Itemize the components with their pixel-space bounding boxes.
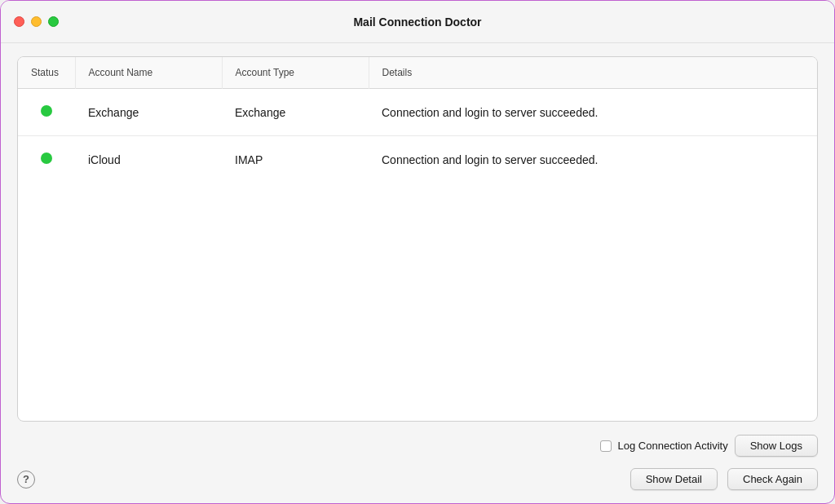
show-logs-button[interactable]: Show Logs: [735, 435, 818, 457]
details-cell: Connection and login to server succeeded…: [369, 89, 817, 136]
table-body: ExchangeExchangeConnection and login to …: [18, 89, 817, 183]
minimize-button[interactable]: [31, 16, 42, 27]
window: Mail Connection Doctor Status Account Na…: [0, 0, 835, 504]
account-type-cell: Exchange: [222, 89, 369, 136]
col-header-account-name: Account Name: [75, 57, 222, 89]
status-indicator: [41, 153, 52, 164]
status-cell: [18, 136, 75, 183]
details-cell: Connection and login to server succeeded…: [369, 136, 817, 183]
log-activity-label: Log Connection Activity: [618, 440, 728, 452]
table-container: Status Account Name Account Type Details…: [17, 56, 818, 422]
account-type-cell: IMAP: [222, 136, 369, 183]
account-name-cell: Exchange: [75, 89, 222, 136]
help-button[interactable]: ?: [17, 471, 35, 489]
action-buttons: Show Detail Check Again: [630, 468, 818, 490]
close-button[interactable]: [14, 16, 24, 27]
status-cell: [18, 89, 75, 136]
col-header-account-type: Account Type: [222, 57, 369, 89]
main-content: Status Account Name Account Type Details…: [1, 43, 834, 503]
show-detail-button[interactable]: Show Detail: [630, 468, 718, 490]
traffic-lights: [14, 16, 59, 27]
log-activity-checkbox[interactable]: [600, 440, 612, 452]
accounts-table: Status Account Name Account Type Details…: [18, 57, 817, 183]
window-title: Mail Connection Doctor: [353, 15, 481, 29]
table-row[interactable]: iCloudIMAPConnection and login to server…: [18, 136, 817, 183]
table-row[interactable]: ExchangeExchangeConnection and login to …: [18, 89, 817, 136]
col-header-details: Details: [369, 57, 817, 89]
col-header-status: Status: [18, 57, 75, 89]
bottom-bar: Log Connection Activity Show Logs: [17, 435, 818, 460]
account-name-cell: iCloud: [75, 136, 222, 183]
maximize-button[interactable]: [48, 16, 59, 27]
titlebar: Mail Connection Doctor: [1, 1, 834, 43]
bottom-actions-row: ? Show Detail Check Again: [17, 460, 818, 490]
table-header: Status Account Name Account Type Details: [18, 57, 817, 89]
status-indicator: [41, 105, 52, 117]
log-activity-row: Log Connection Activity Show Logs: [600, 435, 818, 457]
check-again-button[interactable]: Check Again: [727, 468, 818, 490]
